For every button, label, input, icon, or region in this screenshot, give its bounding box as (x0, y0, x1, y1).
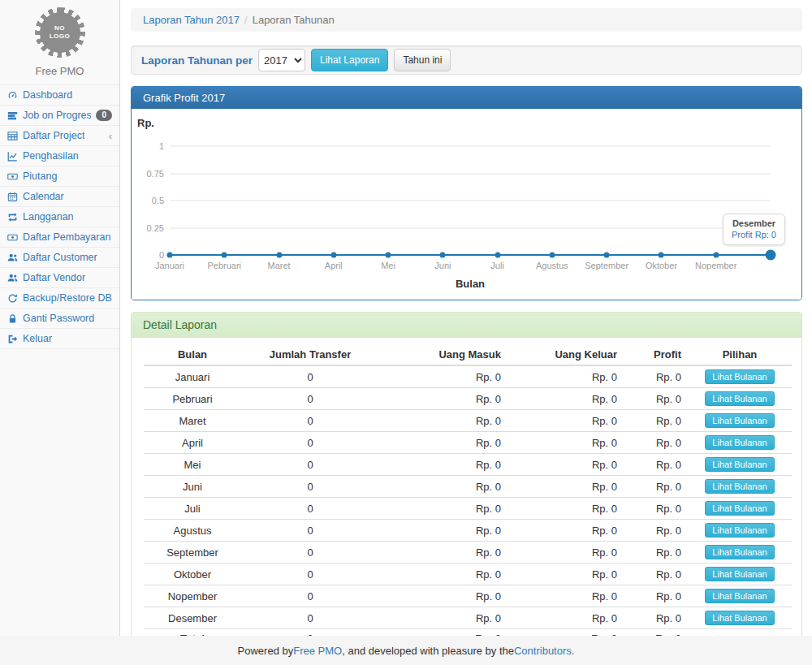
chart-point-juni[interactable] (440, 253, 446, 258)
exchange-icon (7, 212, 18, 222)
table-row: Maret0Rp. 0Rp. 0Rp. 0Lihat Bulanan (144, 410, 792, 432)
footer-text-3: . (572, 645, 575, 657)
sidebar-item-piutang[interactable]: Piutang (0, 166, 119, 187)
sidebar: NO LOGO Free PMO DashboardJob on Progres… (0, 0, 120, 636)
y-tick-label: 0 (133, 250, 164, 260)
logo-text: NO LOGO (47, 24, 73, 41)
footer-link-contributors[interactable]: Contributors (514, 645, 572, 657)
chart-point-pebruari[interactable] (222, 253, 227, 258)
cell-masuk: Rp. 0 (379, 388, 508, 410)
cell-jumlah: 0 (241, 365, 379, 388)
lihat-bulanan-button[interactable]: Lihat Bulanan (705, 589, 774, 603)
chart-point-september[interactable] (604, 253, 610, 258)
sidebar-item-keluar[interactable]: Keluar (0, 329, 119, 349)
cell-jumlah: 0 (241, 388, 379, 410)
sidebar-item-backup-restore-db[interactable]: Backup/Restore DB (0, 288, 119, 309)
cell-masuk: Rp. 0 (379, 476, 508, 498)
table-row: Juli0Rp. 0Rp. 0Rp. 0Lihat Bulanan (144, 498, 792, 520)
lihat-bulanan-button[interactable]: Lihat Bulanan (705, 501, 774, 516)
sidebar-item-label: Daftar Vendor (23, 272, 85, 283)
lihat-bulanan-button[interactable]: Lihat Bulanan (705, 567, 774, 581)
cell-masuk: Rp. 0 (379, 520, 508, 542)
view-report-button[interactable]: Lihat Laporan (311, 49, 388, 71)
cell-bulan: April (144, 432, 241, 454)
cell-pilihan: Lihat Bulanan (688, 365, 792, 388)
chart-point-desember[interactable] (766, 250, 776, 261)
sidebar-item-ganti-password[interactable]: Ganti Password (0, 309, 119, 329)
sidebar-item-daftar-project[interactable]: Daftar Project‹ (0, 126, 119, 146)
x-tick-label: Maret (267, 261, 290, 270)
cell-keluar: Rp. 0 (508, 454, 624, 476)
sidebar-item-label: Daftar Pembayaran (23, 231, 110, 243)
this-year-button[interactable]: Tahun ini (394, 49, 451, 71)
sidebar-item-daftar-pembayaran[interactable]: Daftar Pembayaran (0, 227, 119, 248)
cell-keluar: Rp. 0 (508, 520, 624, 542)
lihat-bulanan-button[interactable]: Lihat Bulanan (705, 435, 774, 450)
chart-point-oktober[interactable] (659, 253, 664, 258)
lihat-bulanan-button[interactable]: Lihat Bulanan (705, 611, 774, 625)
cell-keluar: Rp. 0 (508, 410, 624, 432)
cell-bulan: Mei (144, 454, 241, 476)
sidebar-menu: DashboardJob on Progress0Daftar Project‹… (0, 84, 119, 349)
profit-line (170, 254, 771, 256)
cell-profit: Rp. 0 (624, 388, 688, 410)
table-row: Nopember0Rp. 0Rp. 0Rp. 0Lihat Bulanan (144, 585, 792, 607)
filter-label: Laporan Tahunan per (141, 54, 253, 67)
sidebar-item-label: Langganan (23, 211, 74, 222)
lihat-bulanan-button[interactable]: Lihat Bulanan (705, 391, 774, 406)
lihat-bulanan-button[interactable]: Lihat Bulanan (705, 369, 774, 384)
cell-pilihan: Lihat Bulanan (688, 388, 792, 410)
cell-bulan: Juni (144, 476, 241, 498)
money-icon (7, 171, 18, 182)
sidebar-item-calendar[interactable]: Calendar (0, 187, 119, 207)
y-axis-title: Rp. (137, 117, 154, 129)
report-table-body: Januari0Rp. 0Rp. 0Rp. 0Lihat BulananPebr… (144, 365, 792, 648)
brand-name: Free PMO (0, 65, 119, 77)
x-tick-label: Mei (381, 261, 395, 270)
table-row: April0Rp. 0Rp. 0Rp. 0Lihat Bulanan (144, 432, 792, 454)
cell-jumlah: 0 (241, 607, 379, 629)
count-badge: 0 (96, 110, 112, 121)
breadcrumb-link[interactable]: Laporan Tahun 2017 (143, 14, 240, 26)
lihat-bulanan-button[interactable]: Lihat Bulanan (705, 545, 774, 559)
gridline (170, 227, 771, 228)
table-row: Mei0Rp. 0Rp. 0Rp. 0Lihat Bulanan (144, 454, 792, 476)
table-row: Pebruari0Rp. 0Rp. 0Rp. 0Lihat Bulanan (144, 388, 792, 410)
lihat-bulanan-button[interactable]: Lihat Bulanan (705, 457, 774, 472)
sidebar-item-dashboard[interactable]: Dashboard (0, 84, 119, 106)
sidebar-item-label: Piutang (23, 171, 57, 182)
cell-jumlah: 0 (241, 520, 379, 542)
sidebar-item-penghasilan[interactable]: Penghasilan (0, 146, 119, 166)
x-tick-label: Agustus (536, 261, 568, 270)
chart-point-mei[interactable] (386, 253, 391, 258)
chart-point-januari[interactable] (167, 253, 173, 258)
refresh-icon (7, 293, 18, 304)
chart-point-april[interactable] (330, 253, 336, 258)
cell-profit: Rp. 0 (624, 410, 688, 432)
breadcrumb: Laporan Tahun 2017/Laporan Tahunan (131, 8, 802, 32)
y-tick-label: 0.5 (133, 196, 164, 205)
cell-masuk: Rp. 0 (379, 432, 508, 454)
profit-chart-panel: Grafik Profit 2017 Rp. 10.750.50.250Janu… (131, 86, 802, 300)
chart-point-nopember[interactable] (713, 253, 719, 258)
sidebar-item-langganan[interactable]: Langganan (0, 207, 119, 227)
cell-bulan: Desember (144, 607, 241, 629)
lihat-bulanan-button[interactable]: Lihat Bulanan (705, 413, 774, 428)
sidebar-item-daftar-customer[interactable]: Daftar Customer (0, 248, 119, 268)
sidebar-item-label: Calendar (23, 191, 64, 202)
logo: NO LOGO (35, 7, 85, 58)
year-select[interactable]: 2017 (258, 49, 305, 71)
chart-point-agustus[interactable] (549, 253, 555, 258)
main-content: Laporan Tahun 2017/Laporan Tahunan Lapor… (121, 0, 812, 659)
footer-link-freepmo[interactable]: Free PMO (293, 645, 342, 657)
chart-point-maret[interactable] (276, 253, 282, 258)
chart-point-juli[interactable] (495, 253, 500, 258)
cell-jumlah: 0 (241, 585, 379, 607)
lihat-bulanan-button[interactable]: Lihat Bulanan (705, 523, 774, 538)
cell-profit: Rp. 0 (624, 607, 688, 629)
lihat-bulanan-button[interactable]: Lihat Bulanan (705, 479, 774, 494)
sidebar-item-daftar-vendor[interactable]: Daftar Vendor (0, 268, 119, 288)
x-tick-label: Oktober (646, 261, 677, 270)
sidebar-item-job-on-progress[interactable]: Job on Progress0 (0, 106, 119, 126)
y-tick-label: 0.75 (133, 169, 164, 179)
